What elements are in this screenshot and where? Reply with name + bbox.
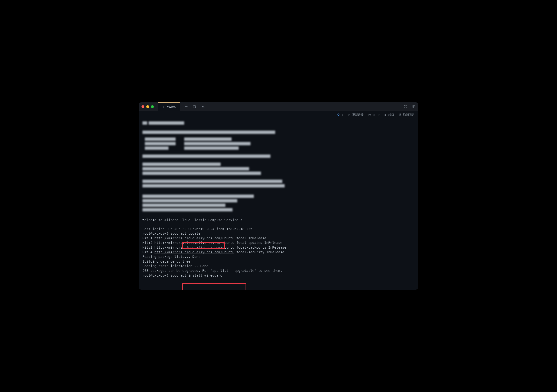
titlebar: 1 oxoxo	[139, 102, 418, 111]
reading-lists-line: Reading package lists... Done	[142, 254, 415, 259]
svg-rect-0	[193, 106, 196, 108]
download-icon[interactable]	[201, 105, 205, 108]
close-button[interactable]	[141, 105, 144, 108]
mirror-link[interactable]: http://mirrors.cloud.aliyuncs.com/ubuntu	[155, 250, 234, 254]
tab-index: 1	[162, 105, 164, 108]
unpin-button[interactable]: 取消固定	[398, 113, 415, 117]
port-button[interactable]: 端口	[384, 113, 394, 117]
hit-2-line: Hit:2 http://mirrors.cloud.aliyuncs.com/…	[142, 241, 415, 245]
terminal-window: 1 oxoxo ▾	[139, 102, 418, 290]
reconnect-label: 重新连接	[352, 113, 364, 117]
port-label: 端口	[388, 113, 394, 117]
new-tab-button[interactable]	[184, 105, 188, 108]
hit-4-line: Hit:4 http://mirrors.cloud.aliyuncs.com/…	[142, 250, 415, 255]
gift-icon[interactable]	[412, 105, 416, 108]
hit-3-line: Hit:3 http://mirrors.cloud.aliyuncs.com/…	[142, 245, 415, 250]
toolbar: ▾ 重新连接 SFTP 端口 取消固定	[139, 111, 418, 119]
reading-state-line: Reading state information... Done	[142, 264, 415, 269]
last-login-line: Last login: Sun Jun 30 00:26:10 2024 fro…	[142, 227, 415, 232]
sftp-button[interactable]: SFTP	[368, 113, 379, 117]
maximize-button[interactable]	[151, 105, 154, 108]
svg-point-1	[405, 106, 406, 107]
tab-active[interactable]: 1 oxoxo	[158, 102, 180, 111]
terminal-area[interactable]: Welcome to Alibaba Cloud Elastic Compute…	[139, 119, 418, 290]
mirror-link[interactable]: http://mirrors.cloud.aliyuncs.com/ubuntu	[155, 241, 234, 245]
hit-1-line: Hit:1 http://mirrors.cloud.aliyuncs.com/…	[142, 236, 415, 241]
traffic-lights	[141, 105, 154, 108]
prompt-line-2: root@oxoxo:~# sudo apt install wireguard	[142, 273, 415, 278]
hint-button[interactable]: ▾	[337, 113, 343, 117]
tab-title: oxoxo	[166, 105, 176, 109]
terminal-output: Welcome to Alibaba Cloud Elastic Compute…	[139, 119, 418, 290]
titlebar-right	[404, 105, 416, 108]
building-tree-line: Building dependency tree	[142, 259, 415, 264]
upgradable-line: 208 packages can be upgraded. Run 'apt l…	[142, 269, 415, 273]
prompt-line-1: root@oxoxo:~# sudo apt update	[142, 231, 415, 236]
sftp-label: SFTP	[373, 113, 379, 117]
welcome-line: Welcome to Alibaba Cloud Elastic Compute…	[142, 218, 415, 222]
titlebar-actions	[184, 105, 205, 108]
windows-icon[interactable]	[193, 105, 197, 108]
minimize-button[interactable]	[146, 105, 149, 108]
unpin-label: 取消固定	[403, 113, 415, 117]
reconnect-button[interactable]: 重新连接	[347, 113, 364, 117]
settings-icon[interactable]	[404, 105, 407, 108]
